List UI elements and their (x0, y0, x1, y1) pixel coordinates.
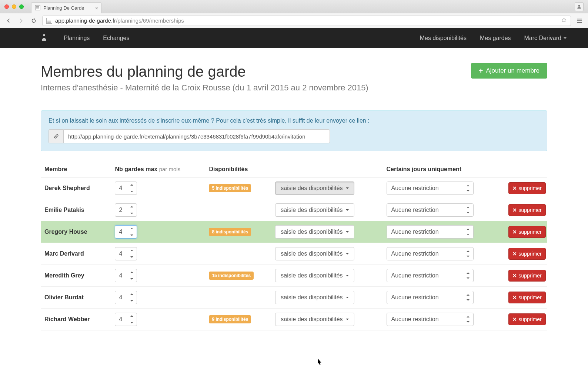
delete-member-button[interactable]: ✕supprimer (508, 248, 546, 260)
chevron-down-icon (346, 187, 349, 190)
restriction-value: Aucune restriction (391, 229, 439, 235)
nb-gardes-value: 4 (119, 229, 122, 235)
chevron-down-icon (564, 37, 567, 40)
indisponibilites-badge: 5 indisponibilités (209, 184, 251, 192)
nb-gardes-stepper[interactable]: 4 (115, 291, 137, 304)
window-zoom-button[interactable] (19, 4, 24, 9)
chevron-down-icon (346, 209, 349, 212)
link-icon (49, 129, 63, 143)
col-membre-label: Membre (44, 166, 67, 172)
restriction-select[interactable]: Aucune restriction (387, 182, 474, 195)
delete-member-button[interactable]: ✕supprimer (508, 313, 546, 325)
add-member-button[interactable]: + Ajouter un membre (471, 63, 547, 79)
stepper-arrows-icon (130, 183, 136, 194)
saisie-disponibilites-dropdown[interactable]: saisie des disponibilités (275, 182, 354, 195)
close-icon: ✕ (512, 273, 517, 279)
delete-member-button[interactable]: ✕supprimer (508, 270, 546, 282)
nav-mes-disponibilites[interactable]: Mes disponibilités (413, 28, 473, 48)
browser-tab[interactable]: Planning De Garde × (31, 2, 101, 13)
select-arrows-icon (467, 183, 471, 193)
col-nb-suffix: par mois (159, 166, 181, 172)
tab-close-icon[interactable]: × (95, 5, 98, 11)
nav-plannings[interactable]: Plannings (57, 28, 96, 48)
dropdown-label: saisie des disponibilités (281, 185, 343, 192)
restriction-select[interactable]: Aucune restriction (387, 269, 474, 282)
restriction-select[interactable]: Aucune restriction (387, 247, 474, 260)
page-title: Membres du planning de garde (41, 63, 368, 80)
saisie-disponibilites-dropdown[interactable]: saisie des disponibilités (275, 247, 354, 260)
back-button[interactable] (4, 17, 13, 25)
dropdown-label: saisie des disponibilités (281, 272, 343, 279)
nb-gardes-value: 4 (119, 316, 122, 323)
select-arrows-icon (467, 205, 471, 215)
member-name: Olivier Burdat (44, 294, 84, 300)
col-restrictions: Certains jours uniquement (383, 162, 505, 177)
restriction-select[interactable]: Aucune restriction (387, 225, 474, 239)
site-info-icon[interactable] (46, 18, 52, 24)
restriction-select[interactable]: Aucune restriction (387, 313, 474, 326)
dropdown-label: saisie des disponibilités (281, 229, 343, 235)
select-arrows-icon (467, 227, 471, 237)
saisie-disponibilites-dropdown[interactable]: saisie des disponibilités (275, 313, 354, 326)
chrome-profile-button[interactable] (575, 2, 584, 11)
delete-member-button[interactable]: ✕supprimer (508, 226, 546, 238)
add-member-label: Ajouter un membre (486, 67, 539, 74)
indisponibilites-badge: 15 indisponibilités (209, 272, 254, 280)
saisie-disponibilites-dropdown[interactable]: saisie des disponibilités (275, 269, 354, 282)
invite-url-input[interactable] (63, 129, 330, 143)
bookmark-star-icon[interactable] (561, 17, 567, 24)
nb-gardes-stepper[interactable]: 4 (115, 313, 137, 326)
dropdown-label: saisie des disponibilités (281, 294, 343, 301)
window-chrome: Planning De Garde × (0, 0, 588, 13)
stepper-arrows-icon (130, 292, 136, 303)
delete-label: supprimer (519, 207, 542, 213)
delete-label: supprimer (519, 316, 542, 322)
stepper-arrows-icon (130, 314, 136, 325)
nb-gardes-stepper[interactable]: 4 (115, 269, 137, 282)
nb-gardes-stepper[interactable]: 4 (115, 182, 137, 195)
delete-member-button[interactable]: ✕supprimer (508, 292, 546, 303)
chrome-menu-button[interactable] (575, 17, 584, 25)
col-restrict-label: Certains jours uniquement (387, 166, 462, 172)
forward-button[interactable] (17, 17, 25, 25)
nb-gardes-value: 4 (119, 294, 122, 301)
chevron-down-icon (346, 253, 349, 256)
col-nb-gardes: Nb gardes max par mois (111, 162, 205, 177)
saisie-disponibilites-dropdown[interactable]: saisie des disponibilités (275, 225, 354, 239)
restriction-value: Aucune restriction (391, 207, 439, 213)
nb-gardes-value: 4 (119, 272, 122, 279)
saisie-disponibilites-dropdown[interactable]: saisie des disponibilités (275, 291, 354, 304)
col-disponibilites: Disponibilités (205, 162, 382, 177)
nav-user-menu[interactable]: Marc Derivard (518, 28, 573, 48)
select-arrows-icon (467, 249, 471, 259)
saisie-disponibilites-dropdown[interactable]: saisie des disponibilités (275, 203, 354, 217)
delete-member-button[interactable]: ✕supprimer (508, 182, 546, 194)
table-row: Gregory House48 indisponibilitéssaisie d… (41, 221, 547, 243)
nb-gardes-stepper[interactable]: 2 (115, 203, 137, 217)
invite-link-box: Et si on laissait le soin aux intéressés… (41, 110, 547, 151)
nb-gardes-stepper[interactable]: 4 (115, 225, 137, 239)
svg-point-0 (43, 34, 45, 36)
nav-mes-gardes[interactable]: Mes gardes (473, 28, 518, 48)
close-icon: ✕ (512, 207, 517, 213)
nav-user-name: Marc Derivard (524, 35, 561, 41)
window-minimize-button[interactable] (12, 4, 16, 9)
dropdown-label: saisie des disponibilités (281, 207, 343, 213)
brand-logo-icon[interactable] (41, 33, 47, 43)
window-close-button[interactable] (4, 4, 9, 9)
table-row: Meredith Grey415 indisponibilitéssaisie … (41, 265, 547, 287)
delete-member-button[interactable]: ✕supprimer (508, 204, 546, 216)
table-row: Emilie Patakis2saisie des disponibilités… (41, 199, 547, 221)
col-membre: Membre (41, 162, 111, 177)
col-dispo-label: Disponibilités (209, 166, 248, 172)
table-row: Richard Webber49 indisponibilitéssaisie … (41, 309, 547, 330)
invite-text: Et si on laissait le soin aux intéressés… (49, 117, 539, 124)
table-row: Derek Shepherd45 indisponibilitéssaisie … (41, 177, 547, 199)
chevron-down-icon (346, 275, 349, 278)
reload-button[interactable] (30, 17, 38, 25)
restriction-select[interactable]: Aucune restriction (387, 291, 474, 304)
address-bar[interactable]: app.planning-de-garde.fr/plannings/69/me… (42, 16, 571, 26)
restriction-select[interactable]: Aucune restriction (387, 203, 474, 217)
nav-echanges[interactable]: Echanges (96, 28, 136, 48)
nb-gardes-stepper[interactable]: 4 (115, 247, 137, 260)
